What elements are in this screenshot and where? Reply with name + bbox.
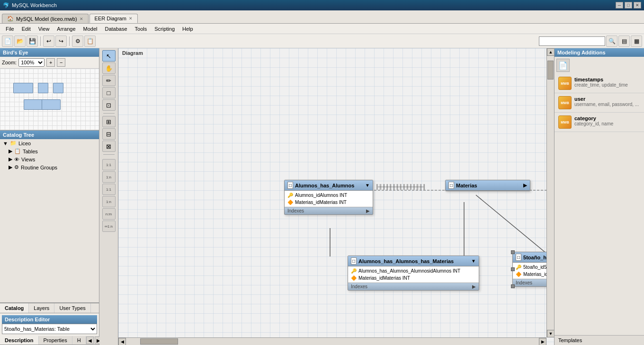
scroll-right-button[interactable]: ▶	[539, 338, 546, 345]
tab-eer[interactable]: EER Diagram ✕	[89, 14, 138, 23]
scroll-down-button[interactable]: ▼	[547, 330, 554, 337]
table-materias-title: Materias	[456, 183, 477, 188]
scroll-up-button[interactable]: ▲	[547, 48, 554, 56]
view-tool[interactable]: ⊠	[102, 141, 116, 152]
table-alumnos-has[interactable]: □ Alumnos_has_Alumnos ▼ 🔑 Alumnos_idAlum…	[284, 180, 373, 215]
rel-1nb-tool[interactable]: 1:n	[102, 196, 116, 207]
menu-help[interactable]: Help	[179, 25, 197, 33]
diagram-area[interactable]: Diagram ╟╫╫╫╫╫╫╫╫╫╫╫╫╫╢ □	[118, 48, 554, 345]
new-model-area: 📄	[555, 57, 644, 74]
indexes-label-1: Indexes	[287, 208, 304, 213]
rel-1n-tool[interactable]: 1:n	[102, 171, 116, 183]
modeling-item-user[interactable]: MWB user username, email, password, ...	[555, 93, 644, 113]
templates-footer[interactable]: Templates	[555, 335, 644, 345]
menu-edit[interactable]: Edit	[18, 25, 35, 33]
settings-button[interactable]: ⚙	[72, 35, 83, 47]
new-button[interactable]: 📄	[2, 35, 13, 47]
scroll-thumb[interactable]	[547, 61, 554, 80]
modeling-item-category[interactable]: MWB category category_id, name	[555, 113, 644, 132]
table-ahm-footer[interactable]: Indexes ▶	[348, 283, 479, 290]
remove-table-tool[interactable]: ⊟	[102, 128, 116, 140]
table-alumnos-has-footer[interactable]: Indexes ▶	[285, 207, 373, 214]
redo-button[interactable]: ↪	[55, 35, 67, 47]
field-materias-id-label: Materias_idMaterias INT	[295, 200, 347, 205]
tab-user-types[interactable]: User Types	[54, 303, 90, 313]
tree-item-tables[interactable]: ▶ 📋 Tables	[0, 147, 99, 155]
resize-sw[interactable]	[511, 284, 515, 288]
user-text: user username, email, password, ...	[574, 96, 639, 107]
search-input[interactable]	[539, 36, 605, 46]
user-icon: MWB	[558, 96, 572, 109]
menu-database[interactable]: Database	[101, 25, 131, 33]
view-toggle-2[interactable]: ▦	[631, 35, 642, 47]
nav-prev-button[interactable]: ◀	[86, 336, 94, 344]
scroll-htrack[interactable]	[126, 338, 539, 345]
menu-view[interactable]: View	[35, 25, 54, 33]
rel-11b-tool[interactable]: 1:1	[102, 184, 116, 195]
modeling-item-timestamps[interactable]: MWB timestamps create_time, update_time	[555, 74, 644, 93]
table-ahm-expand[interactable]: ▼	[471, 258, 476, 264]
description-select[interactable]: 5toaño_has_Materias: Table	[2, 324, 97, 334]
zoom-select[interactable]: 100% 50% 75% 125% 150%	[18, 58, 45, 67]
add-table-tool[interactable]: ⊞	[102, 116, 116, 127]
tab-layers[interactable]: Layers	[29, 303, 54, 313]
close-button[interactable]: ✕	[634, 2, 641, 9]
field-alumnos-id: 🔑 Alumnos_idAlumnos INT	[285, 192, 373, 199]
mwb-logo-3: MWB	[561, 121, 569, 124]
tab-properties[interactable]: Properties	[39, 336, 72, 345]
select-tool[interactable]: ↖	[102, 50, 116, 62]
right-panel: Modeling Additions 📄 MWB timestamps crea…	[554, 48, 644, 345]
table-alumnos-has-materias[interactable]: □ Alumnos_has_Alumnos_has_Materias ▼ 🔑 A…	[348, 256, 479, 291]
tab-eer-close[interactable]: ✕	[129, 16, 133, 21]
tab-model-close[interactable]: ✕	[80, 17, 83, 21]
undo-button[interactable]: ↩	[43, 35, 54, 47]
tab-catalog[interactable]: Catalog	[0, 303, 29, 313]
menu-scripting[interactable]: Scripting	[151, 25, 179, 33]
table-tool[interactable]: ⊡	[102, 99, 116, 111]
save-button[interactable]: 💾	[27, 35, 38, 47]
tab-model[interactable]: 🏠 MySQL Model (liceo.mwb) ✕	[2, 14, 89, 23]
menu-tools[interactable]: Tools	[131, 25, 151, 33]
pencil-tool[interactable]: ✏	[102, 75, 116, 86]
tree-item-views[interactable]: ▶ 👁 Views	[0, 155, 99, 163]
maximize-button[interactable]: □	[625, 2, 632, 9]
table-materias[interactable]: □ Materias ▶	[445, 180, 530, 191]
zoom-label: Zoom:	[2, 60, 17, 65]
tab-description[interactable]: Description	[0, 336, 39, 345]
rel-1nc-tool[interactable]: ∞1:n	[102, 221, 116, 232]
hand-tool[interactable]: ✋	[102, 62, 116, 74]
indexes-expand-2[interactable]: ▶	[472, 284, 476, 289]
rel-11-tool[interactable]: 1:1	[102, 159, 116, 170]
rel-label-1-nb: 1:n	[102, 196, 116, 207]
rel-label-1nc: ∞1:n	[102, 221, 116, 232]
open-button[interactable]: 📂	[14, 35, 26, 47]
tab-h[interactable]: H	[72, 336, 86, 345]
rectangle-tool[interactable]: □	[102, 87, 116, 98]
search-button[interactable]: 🔍	[606, 35, 617, 47]
indexes-expand-1[interactable]: ▶	[366, 208, 370, 213]
tree-item-liceo[interactable]: ▼ 📁 Liceo	[0, 139, 99, 147]
menu-model[interactable]: Model	[80, 25, 101, 33]
modeling-additions-header: Modeling Additions	[555, 48, 644, 57]
diagram-vertical-scrollbar[interactable]: ▲ ▼	[546, 48, 554, 337]
zoom-out-button[interactable]: −	[57, 58, 65, 67]
table-alumnos-has-expand[interactable]: ▼	[365, 183, 370, 188]
copy-button[interactable]: 📋	[84, 35, 96, 47]
view-toggle-1[interactable]: ▤	[618, 35, 630, 47]
new-icon[interactable]: 📄	[556, 59, 570, 72]
scroll-left-button[interactable]: ◀	[118, 338, 126, 345]
minimize-button[interactable]: ─	[616, 2, 623, 9]
rel-nm-tool[interactable]: n:m	[102, 208, 116, 220]
zoom-in-button[interactable]: +	[46, 58, 55, 67]
tree-item-routines[interactable]: ▶ ⚙ Routine Groups	[0, 163, 99, 171]
resize-w[interactable]	[511, 267, 515, 271]
timestamps-icon: MWB	[558, 77, 572, 90]
table-materias-expand[interactable]: ▶	[523, 183, 527, 188]
menu-file[interactable]: File	[2, 25, 18, 33]
scroll-hthumb[interactable]	[140, 338, 178, 345]
diagram-horizontal-scrollbar[interactable]: ◀ ▶	[118, 337, 546, 345]
menu-arrange[interactable]: Arrange	[53, 25, 79, 33]
routines-expand-icon: ▶	[9, 164, 12, 170]
resize-nw[interactable]	[511, 250, 515, 254]
scroll-track[interactable]	[547, 56, 554, 330]
